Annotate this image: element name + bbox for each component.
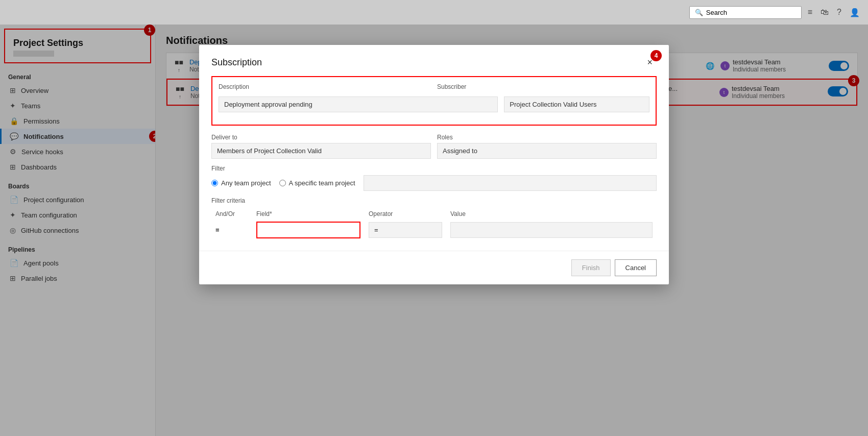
roles-group: Roles [437,134,657,159]
value-input[interactable] [450,222,653,238]
values-row [219,96,649,112]
description-subscriber-section: Description Subscriber [211,76,657,126]
labels-row: Description Subscriber [219,83,649,90]
filter-specific-label: A specific team project [289,179,355,187]
roles-label: Roles [437,134,657,141]
criteria-row: ≡ [211,220,657,240]
topbar: 🔍 Search ≡ 🛍 ? 👤 [0,0,868,25]
search-box[interactable]: 🔍 Search [689,6,802,19]
filter-section: Filter Any team project A specific team … [211,165,657,191]
andor-col-header: And/Or [211,208,252,220]
subscriber-group: Subscriber [437,83,649,90]
operator-input[interactable] [369,222,442,238]
modal-title: Subscription [211,57,262,68]
help-icon[interactable]: ? [837,8,841,17]
deliver-roles-row: Deliver to Roles [211,134,657,159]
operator-cell [365,220,446,240]
subscription-modal: Subscription × 4 Description Subscriber [199,45,669,284]
modal-header: Subscription × 4 [199,45,669,76]
deliver-to-label: Deliver to [211,134,431,141]
filter-any-radio[interactable] [211,180,218,186]
roles-input[interactable] [437,143,657,159]
subscriber-input[interactable] [504,96,649,112]
operator-col-header: Operator [365,208,446,220]
subscriber-label: Subscriber [437,83,649,90]
filter-any-label: Any team project [221,179,271,187]
value-cell [446,220,657,240]
filter-specific-option[interactable]: A specific team project [279,179,355,187]
filter-criteria-label: Filter criteria [211,197,657,204]
modal-body: Description Subscriber Deliver to [199,76,669,251]
description-label: Description [219,83,431,90]
finish-button[interactable]: Finish [571,259,611,276]
topbar-icons: ≡ 🛍 ? 👤 [808,8,860,17]
modal-overlay: Subscription × 4 Description Subscriber [0,25,868,436]
deliver-to-input[interactable] [211,143,431,159]
andor-icon: ≡ [215,226,220,234]
filter-specific-input[interactable] [364,175,657,191]
modal-footer: Finish Cancel [199,251,669,284]
bag-icon[interactable]: 🛍 [821,8,829,17]
filter-specific-radio[interactable] [279,180,286,186]
field-cell [252,220,365,240]
deliver-to-group: Deliver to [211,134,431,159]
search-placeholder: Search [706,9,727,16]
modal-close-badge: 4 [650,50,662,61]
andor-cell: ≡ [211,220,252,240]
user-icon[interactable]: 👤 [850,8,860,17]
search-icon: 🔍 [695,9,703,16]
modal-close-button[interactable]: × 4 [643,55,657,70]
description-input[interactable] [219,96,498,112]
filter-any-option[interactable]: Any team project [211,179,271,187]
field-input[interactable] [256,222,360,238]
field-col-header: Field* [252,208,365,220]
filter-options-row: Any team project A specific team project [211,175,657,191]
filter-label: Filter [211,165,657,172]
filter-criteria-section: Filter criteria And/Or Field* Operator V… [211,197,657,240]
description-group: Description [219,83,431,90]
criteria-table: And/Or Field* Operator Value ≡ [211,208,657,240]
list-icon[interactable]: ≡ [808,8,812,17]
cancel-button[interactable]: Cancel [615,259,657,276]
value-col-header: Value [446,208,657,220]
